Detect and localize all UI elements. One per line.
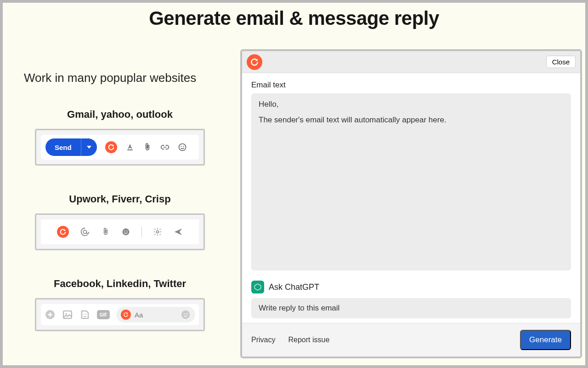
svg-point-11 bbox=[85, 314, 86, 315]
panel-header: Close bbox=[242, 51, 580, 73]
block-title: Gmail, yahoo, outlook bbox=[35, 109, 205, 121]
integration-block-social: Facebook, Linkedin, Twitter GIF bbox=[35, 278, 205, 331]
emoji-icon[interactable] bbox=[121, 227, 130, 236]
ask-chatgpt-label: Ask ChatGPT bbox=[269, 282, 319, 292]
gear-icon[interactable] bbox=[153, 227, 162, 236]
svg-point-3 bbox=[122, 229, 129, 236]
send-label: Send bbox=[45, 144, 81, 151]
gif-icon[interactable]: GIF bbox=[97, 310, 110, 319]
divider bbox=[141, 227, 142, 237]
message-input[interactable]: Aa bbox=[116, 307, 195, 322]
extension-icon[interactable] bbox=[121, 310, 131, 320]
attachment-icon[interactable] bbox=[143, 143, 152, 152]
email-line: Hello, bbox=[259, 100, 564, 109]
gmail-toolbar: Send bbox=[35, 129, 205, 166]
extension-logo-icon bbox=[247, 54, 262, 70]
integration-block-email: Gmail, yahoo, outlook Send bbox=[35, 109, 205, 166]
svg-point-0 bbox=[179, 144, 186, 151]
subtitle: Work in many popuplar websites bbox=[24, 71, 196, 85]
report-issue-link[interactable]: Report issue bbox=[288, 336, 329, 344]
svg-text:GIF: GIF bbox=[100, 312, 107, 317]
svg-point-2 bbox=[183, 146, 184, 147]
email-text-label: Email text bbox=[251, 80, 571, 90]
svg-point-15 bbox=[184, 313, 185, 314]
text-format-icon[interactable] bbox=[125, 143, 135, 152]
svg-point-1 bbox=[181, 146, 181, 147]
page-title: Generate email & message reply bbox=[3, 3, 585, 29]
add-icon[interactable] bbox=[45, 309, 56, 320]
block-title: Upwork, Fiverr, Crisp bbox=[35, 193, 205, 205]
svg-point-4 bbox=[124, 230, 125, 231]
emoji-icon[interactable] bbox=[181, 310, 191, 320]
send-dropdown[interactable] bbox=[81, 138, 97, 156]
close-button[interactable]: Close bbox=[546, 56, 576, 68]
attachment-icon[interactable] bbox=[101, 227, 110, 236]
integration-block-chat: Upwork, Fiverr, Crisp bbox=[35, 193, 205, 250]
input-placeholder: Aa bbox=[135, 311, 143, 319]
svg-point-9 bbox=[66, 313, 67, 315]
mention-icon[interactable] bbox=[80, 227, 90, 237]
panel-footer: Privacy Report issue Generate bbox=[242, 323, 580, 356]
extension-icon[interactable] bbox=[57, 226, 69, 238]
svg-point-16 bbox=[187, 313, 187, 314]
chat-toolbar bbox=[35, 213, 205, 250]
send-button[interactable]: Send bbox=[45, 138, 97, 156]
email-text-area[interactable]: Hello, The sender's email text will auto… bbox=[251, 93, 571, 270]
reply-panel: Close Email text Hello, The sender's ema… bbox=[240, 49, 582, 358]
link-icon[interactable] bbox=[160, 143, 170, 152]
chatgpt-icon bbox=[251, 281, 264, 293]
svg-point-6 bbox=[156, 231, 158, 233]
svg-point-5 bbox=[126, 230, 127, 231]
generate-button[interactable]: Generate bbox=[520, 330, 571, 350]
send-icon[interactable] bbox=[173, 227, 183, 237]
social-toolbar: GIF Aa bbox=[35, 298, 205, 331]
svg-point-10 bbox=[84, 314, 85, 315]
extension-icon[interactable] bbox=[105, 141, 117, 153]
svg-point-14 bbox=[181, 310, 190, 319]
email-line: The sender's email text will automatical… bbox=[259, 115, 564, 125]
sticker-icon[interactable] bbox=[79, 309, 90, 320]
image-icon[interactable] bbox=[62, 309, 73, 320]
emoji-icon[interactable] bbox=[178, 143, 187, 152]
privacy-link[interactable]: Privacy bbox=[251, 336, 275, 344]
prompt-input[interactable]: Write reply to this email bbox=[251, 298, 571, 318]
block-title: Facebook, Linkedin, Twitter bbox=[35, 278, 205, 290]
